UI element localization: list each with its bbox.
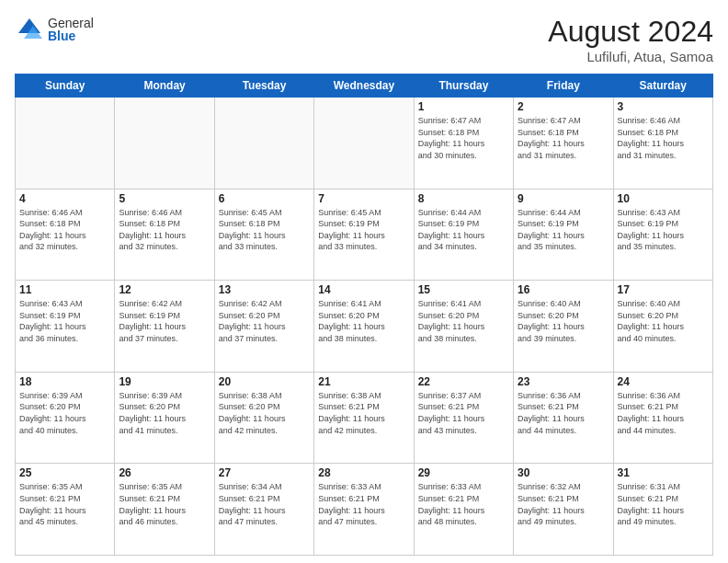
calendar-cell (214, 98, 313, 190)
title-location: Lufilufi, Atua, Samoa (548, 49, 713, 64)
title-block: August 2024 Lufilufi, Atua, Samoa (548, 15, 713, 64)
day-number: 11 (19, 283, 110, 296)
day-number: 12 (119, 283, 210, 296)
day-info: Sunrise: 6:38 AM Sunset: 6:20 PM Dayligh… (219, 390, 310, 436)
day-info: Sunrise: 6:41 AM Sunset: 6:20 PM Dayligh… (418, 298, 509, 344)
day-info: Sunrise: 6:47 AM Sunset: 6:18 PM Dayligh… (418, 115, 509, 161)
day-info: Sunrise: 6:44 AM Sunset: 6:19 PM Dayligh… (518, 207, 609, 253)
calendar-header-tuesday: Tuesday (214, 75, 313, 98)
day-info: Sunrise: 6:46 AM Sunset: 6:18 PM Dayligh… (19, 207, 110, 253)
calendar-cell (314, 98, 414, 190)
calendar-cell: 12Sunrise: 6:42 AM Sunset: 6:19 PM Dayli… (115, 281, 214, 373)
day-number: 22 (418, 375, 509, 388)
day-number: 18 (19, 375, 110, 388)
day-info: Sunrise: 6:41 AM Sunset: 6:20 PM Dayligh… (318, 298, 409, 344)
day-info: Sunrise: 6:46 AM Sunset: 6:18 PM Dayligh… (618, 115, 709, 161)
day-number: 13 (219, 283, 310, 296)
calendar-cell: 10Sunrise: 6:43 AM Sunset: 6:19 PM Dayli… (613, 189, 712, 281)
day-info: Sunrise: 6:42 AM Sunset: 6:19 PM Dayligh… (119, 298, 210, 344)
calendar-week-1: 1Sunrise: 6:47 AM Sunset: 6:18 PM Daylig… (16, 98, 713, 190)
calendar-header-monday: Monday (115, 75, 214, 98)
calendar-week-5: 25Sunrise: 6:35 AM Sunset: 6:21 PM Dayli… (16, 464, 713, 556)
logo: General Blue (15, 15, 94, 44)
calendar-cell: 16Sunrise: 6:40 AM Sunset: 6:20 PM Dayli… (514, 281, 613, 373)
calendar-cell: 27Sunrise: 6:34 AM Sunset: 6:21 PM Dayli… (214, 464, 313, 556)
day-number: 16 (518, 283, 609, 296)
day-info: Sunrise: 6:43 AM Sunset: 6:19 PM Dayligh… (19, 298, 110, 344)
calendar-cell: 24Sunrise: 6:36 AM Sunset: 6:21 PM Dayli… (613, 372, 712, 464)
calendar-header-saturday: Saturday (613, 75, 712, 98)
day-info: Sunrise: 6:33 AM Sunset: 6:21 PM Dayligh… (318, 481, 409, 527)
calendar-cell: 26Sunrise: 6:35 AM Sunset: 6:21 PM Dayli… (115, 464, 214, 556)
day-info: Sunrise: 6:36 AM Sunset: 6:21 PM Dayligh… (618, 390, 709, 436)
calendar-header-row: SundayMondayTuesdayWednesdayThursdayFrid… (16, 75, 713, 98)
day-number: 9 (518, 192, 609, 205)
calendar-cell: 7Sunrise: 6:45 AM Sunset: 6:19 PM Daylig… (314, 189, 414, 281)
logo-icon (15, 15, 44, 44)
calendar-cell: 2Sunrise: 6:47 AM Sunset: 6:18 PM Daylig… (514, 98, 613, 190)
day-info: Sunrise: 6:33 AM Sunset: 6:21 PM Dayligh… (418, 481, 509, 527)
calendar-cell: 6Sunrise: 6:45 AM Sunset: 6:18 PM Daylig… (214, 189, 313, 281)
calendar-cell: 18Sunrise: 6:39 AM Sunset: 6:20 PM Dayli… (16, 372, 115, 464)
calendar-cell: 13Sunrise: 6:42 AM Sunset: 6:20 PM Dayli… (214, 281, 313, 373)
day-number: 19 (119, 375, 210, 388)
calendar-header-thursday: Thursday (414, 75, 513, 98)
calendar-cell: 9Sunrise: 6:44 AM Sunset: 6:19 PM Daylig… (514, 189, 613, 281)
day-number: 8 (418, 192, 509, 205)
calendar-cell: 1Sunrise: 6:47 AM Sunset: 6:18 PM Daylig… (414, 98, 513, 190)
day-number: 24 (618, 375, 709, 388)
calendar-cell: 15Sunrise: 6:41 AM Sunset: 6:20 PM Dayli… (414, 281, 513, 373)
calendar-cell: 21Sunrise: 6:38 AM Sunset: 6:21 PM Dayli… (314, 372, 414, 464)
day-info: Sunrise: 6:46 AM Sunset: 6:18 PM Dayligh… (119, 207, 210, 253)
calendar-cell: 4Sunrise: 6:46 AM Sunset: 6:18 PM Daylig… (16, 189, 115, 281)
day-info: Sunrise: 6:45 AM Sunset: 6:18 PM Dayligh… (219, 207, 310, 253)
calendar-cell: 20Sunrise: 6:38 AM Sunset: 6:20 PM Dayli… (214, 372, 313, 464)
day-info: Sunrise: 6:40 AM Sunset: 6:20 PM Dayligh… (618, 298, 709, 344)
calendar-cell: 19Sunrise: 6:39 AM Sunset: 6:20 PM Dayli… (115, 372, 214, 464)
calendar-week-4: 18Sunrise: 6:39 AM Sunset: 6:20 PM Dayli… (16, 372, 713, 464)
calendar-cell: 22Sunrise: 6:37 AM Sunset: 6:21 PM Dayli… (414, 372, 513, 464)
svg-marker-0 (18, 18, 40, 33)
day-number: 6 (219, 192, 310, 205)
title-month: August 2024 (548, 15, 713, 49)
calendar-cell: 3Sunrise: 6:46 AM Sunset: 6:18 PM Daylig… (613, 98, 712, 190)
logo-blue-text: Blue (48, 29, 94, 42)
day-info: Sunrise: 6:31 AM Sunset: 6:21 PM Dayligh… (618, 481, 709, 527)
calendar-table: SundayMondayTuesdayWednesdayThursdayFrid… (15, 74, 713, 556)
day-number: 30 (518, 466, 609, 479)
logo-text: General Blue (48, 17, 94, 42)
calendar-cell: 23Sunrise: 6:36 AM Sunset: 6:21 PM Dayli… (514, 372, 613, 464)
day-info: Sunrise: 6:42 AM Sunset: 6:20 PM Dayligh… (219, 298, 310, 344)
calendar-cell: 30Sunrise: 6:32 AM Sunset: 6:21 PM Dayli… (514, 464, 613, 556)
day-number: 15 (418, 283, 509, 296)
calendar-cell: 29Sunrise: 6:33 AM Sunset: 6:21 PM Dayli… (414, 464, 513, 556)
day-info: Sunrise: 6:47 AM Sunset: 6:18 PM Dayligh… (518, 115, 609, 161)
calendar-header-friday: Friday (514, 75, 613, 98)
calendar-cell: 8Sunrise: 6:44 AM Sunset: 6:19 PM Daylig… (414, 189, 513, 281)
day-info: Sunrise: 6:34 AM Sunset: 6:21 PM Dayligh… (219, 481, 310, 527)
day-number: 31 (618, 466, 709, 479)
day-number: 5 (119, 192, 210, 205)
calendar-cell: 25Sunrise: 6:35 AM Sunset: 6:21 PM Dayli… (16, 464, 115, 556)
day-number: 20 (219, 375, 310, 388)
calendar-cell: 31Sunrise: 6:31 AM Sunset: 6:21 PM Dayli… (613, 464, 712, 556)
day-number: 3 (618, 100, 709, 113)
calendar-header-wednesday: Wednesday (314, 75, 414, 98)
day-number: 17 (618, 283, 709, 296)
day-number: 1 (418, 100, 509, 113)
calendar-cell: 11Sunrise: 6:43 AM Sunset: 6:19 PM Dayli… (16, 281, 115, 373)
day-info: Sunrise: 6:32 AM Sunset: 6:21 PM Dayligh… (518, 481, 609, 527)
day-info: Sunrise: 6:45 AM Sunset: 6:19 PM Dayligh… (318, 207, 409, 253)
day-number: 23 (518, 375, 609, 388)
day-info: Sunrise: 6:38 AM Sunset: 6:21 PM Dayligh… (318, 390, 409, 436)
logo-general-text: General (48, 17, 94, 29)
day-info: Sunrise: 6:43 AM Sunset: 6:19 PM Dayligh… (618, 207, 709, 253)
calendar-week-3: 11Sunrise: 6:43 AM Sunset: 6:19 PM Dayli… (16, 281, 713, 373)
day-info: Sunrise: 6:35 AM Sunset: 6:21 PM Dayligh… (19, 481, 110, 527)
day-info: Sunrise: 6:37 AM Sunset: 6:21 PM Dayligh… (418, 390, 509, 436)
calendar-cell: 28Sunrise: 6:33 AM Sunset: 6:21 PM Dayli… (314, 464, 414, 556)
calendar-cell: 5Sunrise: 6:46 AM Sunset: 6:18 PM Daylig… (115, 189, 214, 281)
calendar-header-sunday: Sunday (16, 75, 115, 98)
day-number: 29 (418, 466, 509, 479)
day-number: 4 (19, 192, 110, 205)
